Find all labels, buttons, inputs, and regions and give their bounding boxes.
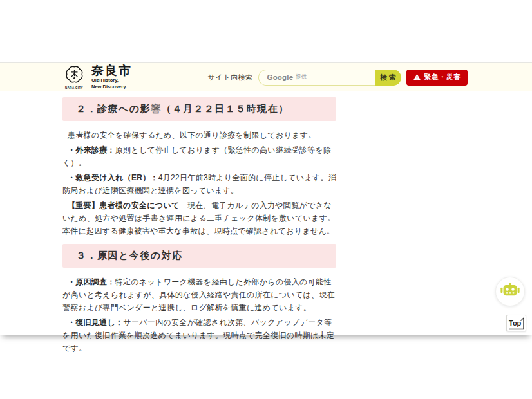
logo-tagline-line1: Old History, [91,77,132,84]
paragraph: 患者様の安全を確保するため、以下の通り診療を制限しております。 [62,129,336,142]
section-heading: ２．診療への影響（４月２２日１５時現在） [62,97,336,121]
emergency-disaster-button[interactable]: 緊急・災害 [406,70,468,86]
paragraph-lead: ・救急受け入れ（ER）： [68,173,158,182]
city-crest-icon [66,66,83,83]
logo-tagline-line2: New Discovery. [91,84,132,90]
city-name: 奈良市 [91,64,132,77]
up-arrow-icon [507,315,527,332]
emblem-caption: NARA CITY [62,86,86,89]
site-header: NARA CITY 奈良市 Old History, New Discovery… [0,63,532,91]
paragraph: ・原因調査：特定のネットワーク機器を経由した外部からの侵入の可能性が高いと考えら… [62,275,336,314]
search-placeholder-note: 提供 [296,73,307,81]
logo-text-block: 奈良市 Old History, New Discovery. [91,64,132,89]
search-button[interactable]: 検索 [375,70,401,86]
chatbot-button[interactable] [495,277,525,306]
emergency-button-label: 緊急・災害 [424,73,462,82]
browser-viewport: NARA CITY 奈良市 Old History, New Discovery… [0,62,532,335]
paragraph-lead: ・原因調査： [68,277,115,286]
header-search-area: サイト内検索 Google 提供 検索 緊急・災害 [208,70,468,86]
warning-triangle-icon [413,73,421,81]
paragraph-lead: ・復旧見通し： [68,318,123,327]
paragraph-lead: ・外来診療： [68,145,115,154]
paragraph-lead: 【重要】患者様の安全について [68,201,180,210]
article-content: ２．診療への影響（４月２２日１５時現在）患者様の安全を確保するため、以下の通り診… [0,97,336,355]
paragraph: ・外来診療：原則として停止しております（緊急性の高い継続受診等を除く）。 [62,144,336,169]
search-placeholder-brand: Google [267,73,294,81]
site-logo[interactable]: NARA CITY 奈良市 Old History, New Discovery… [62,64,132,89]
section-heading: ３．原因と今後の対応 [62,244,336,268]
back-to-top-button[interactable]: Top [506,315,526,331]
site-search-input[interactable]: Google 提供 [258,70,375,86]
site-search-label: サイト内検索 [208,73,253,82]
robot-icon [498,279,522,304]
paragraph: 【重要】患者様の安全について 現在、電子カルテの入力や閲覧ができないため、処方や… [62,199,336,237]
nara-city-emblem: NARA CITY [62,66,86,89]
site-search-combo: Google 提供 検索 [258,70,401,86]
paragraph: ・復旧見通し：サーバー内の安全が確認され次第、バックアップデータ等を用いた復旧作… [62,316,336,355]
paragraph: ・救急受け入れ（ER）：4月22日午前3時より全面的に停止しています。消防局およ… [62,171,336,197]
page-canvas: NARA CITY 奈良市 Old History, New Discovery… [0,0,532,399]
